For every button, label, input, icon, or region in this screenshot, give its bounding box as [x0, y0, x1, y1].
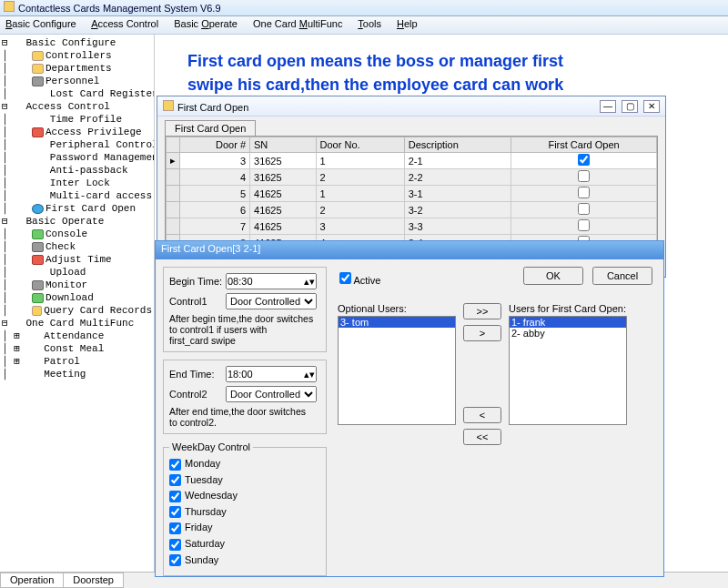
- menu-access-control[interactable]: Access Control: [91, 18, 158, 29]
- end-note: After end time,the door switchesto contr…: [169, 406, 320, 428]
- tree-query[interactable]: Query Card Records: [44, 304, 152, 317]
- tree-password[interactable]: Password Management: [50, 151, 155, 164]
- menu-tools[interactable]: Tools: [358, 18, 381, 29]
- download-icon: [32, 293, 44, 303]
- first-card-checkbox[interactable]: [578, 170, 590, 182]
- tree-download[interactable]: Download: [46, 291, 94, 304]
- tree-console[interactable]: Console: [46, 228, 87, 240]
- move-all-right-button[interactable]: >>: [463, 303, 501, 319]
- doors-grid[interactable]: Door # SN Door No. Description First Car…: [165, 136, 658, 252]
- tree-anti-passback[interactable]: Anti-passback: [50, 164, 128, 177]
- end-time-input[interactable]: [226, 366, 317, 382]
- tree-patrol[interactable]: Patrol: [44, 355, 80, 368]
- tree-check[interactable]: Check: [46, 240, 76, 253]
- col-door-no[interactable]: Door No.: [316, 137, 404, 153]
- list-item[interactable]: 1- frank: [510, 317, 626, 328]
- first-card-checkbox[interactable]: [578, 154, 590, 166]
- annotation-text: First card open means the boss or manage…: [187, 49, 563, 96]
- chk-friday[interactable]: Friday: [169, 522, 320, 534]
- table-row[interactable]: 43162522-2: [167, 169, 657, 186]
- active-checkbox[interactable]: Active: [339, 272, 380, 286]
- tree-adjust-time[interactable]: Adjust Time: [46, 253, 112, 266]
- personnel-icon: [32, 76, 44, 86]
- first-card-icon: [32, 204, 44, 214]
- tree-const-meal[interactable]: Const Meal: [44, 342, 104, 355]
- adjust-icon: [32, 255, 44, 265]
- privilege-icon: [32, 127, 44, 137]
- col-sn[interactable]: SN: [250, 137, 317, 153]
- tree-meeting[interactable]: Meeting: [44, 368, 86, 380]
- tree-time-profile[interactable]: Time Profile: [50, 113, 122, 126]
- col-description[interactable]: Description: [404, 137, 511, 153]
- minimize-button[interactable]: —: [600, 100, 616, 113]
- end-time-label: End Time:: [169, 369, 226, 380]
- dialog-title: First Card Open[3 2-1]: [156, 241, 663, 259]
- first-card-open-dialog: First Card Open[3 2-1] Begin Time:▴▾ Con…: [155, 240, 664, 577]
- begin-note: After begin time,the door switchesto con…: [169, 313, 320, 346]
- chk-saturday[interactable]: Saturday: [169, 538, 320, 551]
- tree-basic-operate[interactable]: Basic Operate: [25, 215, 104, 228]
- optional-users-list[interactable]: 3- tom: [338, 316, 456, 425]
- optional-users-label: Optional Users:: [338, 303, 456, 314]
- tree-access-control[interactable]: Access Control: [25, 100, 109, 113]
- query-icon: [32, 306, 42, 316]
- move-left-button[interactable]: <: [463, 407, 501, 423]
- tree-monitor[interactable]: Monitor: [46, 279, 87, 291]
- chk-wednesday[interactable]: Wednesday: [169, 490, 320, 502]
- tree-multi-card[interactable]: Multi-card access: [50, 189, 152, 202]
- tree-basic-configure[interactable]: Basic Configure: [25, 36, 116, 49]
- tree-upload[interactable]: Upload: [50, 266, 86, 279]
- close-button[interactable]: ✕: [643, 100, 660, 113]
- tree-peripheral[interactable]: Peripheral Control: [50, 138, 155, 151]
- chk-monday[interactable]: Monday: [169, 458, 320, 471]
- table-row[interactable]: 54162513-1: [167, 186, 657, 202]
- tree-one-card[interactable]: One Card MultiFunc: [25, 317, 134, 329]
- nav-tree[interactable]: ⊟ Basic Configure │ Controllers │ Depart…: [0, 35, 155, 572]
- window-icon: [163, 100, 174, 111]
- menu-basic-operate[interactable]: Basic Operate: [174, 18, 238, 29]
- menu-help[interactable]: Help: [397, 18, 418, 29]
- table-row[interactable]: ▸33162512-1: [167, 153, 657, 169]
- tab-first-card-open[interactable]: First Card Open: [165, 120, 256, 136]
- tree-controllers[interactable]: Controllers: [46, 49, 112, 62]
- ok-button[interactable]: OK: [523, 267, 583, 285]
- list-item[interactable]: 3- tom: [339, 317, 455, 328]
- chk-sunday[interactable]: Sunday: [169, 554, 320, 567]
- chk-tuesday[interactable]: Tuesday: [169, 474, 320, 487]
- table-row[interactable]: 64162523-2: [167, 202, 657, 218]
- col-door-num[interactable]: Door #: [180, 137, 250, 153]
- menu-one-card[interactable]: One Card MultiFunc: [253, 18, 342, 29]
- first-card-checkbox[interactable]: [578, 203, 590, 215]
- chk-thursday[interactable]: Thursday: [169, 506, 320, 519]
- tree-personnel[interactable]: Personnel: [46, 75, 99, 87]
- maximize-button[interactable]: ▢: [622, 100, 638, 113]
- tree-first-card-open[interactable]: First Card Open: [46, 202, 136, 215]
- app-icon: [4, 1, 15, 12]
- table-row[interactable]: 74162533-3: [167, 218, 657, 235]
- cancel-button[interactable]: Cancel: [592, 267, 652, 285]
- control2-select[interactable]: Door Controlled: [226, 386, 317, 402]
- move-all-left-button[interactable]: <<: [463, 429, 501, 445]
- console-icon: [32, 229, 44, 239]
- move-right-button[interactable]: >: [463, 325, 501, 341]
- first-card-users-list[interactable]: 1- frank 2- abby: [509, 316, 627, 425]
- first-card-checkbox[interactable]: [578, 187, 590, 198]
- tab-doorstep[interactable]: Doorstep: [63, 573, 124, 588]
- list-item[interactable]: 2- abby: [510, 328, 626, 339]
- tree-attendance[interactable]: Attendance: [44, 329, 104, 342]
- control1-select[interactable]: Door Controlled: [226, 293, 317, 309]
- begin-time-input[interactable]: [226, 273, 317, 289]
- tree-lost-card[interactable]: Lost Card Register: [50, 87, 155, 100]
- weekday-group: WeekDay Control Monday Tuesday Wednesday…: [163, 441, 327, 576]
- col-first-card[interactable]: First Card Open: [511, 137, 657, 153]
- first-card-checkbox[interactable]: [578, 219, 590, 231]
- tab-operation[interactable]: Operation: [0, 573, 64, 588]
- menu-basic-configure[interactable]: BBasic Configureasic Configure: [5, 18, 76, 29]
- tree-inter-lock[interactable]: Inter Lock: [50, 177, 110, 189]
- tree-departments[interactable]: Departments: [46, 62, 112, 75]
- tree-access-privilege[interactable]: Access Privilege: [46, 126, 142, 138]
- weekday-legend: WeekDay Control: [169, 441, 253, 452]
- check-icon: [32, 242, 44, 252]
- control2-label: Control2: [169, 389, 226, 400]
- app-title: Contactless Cards Management System V6.9: [18, 3, 221, 14]
